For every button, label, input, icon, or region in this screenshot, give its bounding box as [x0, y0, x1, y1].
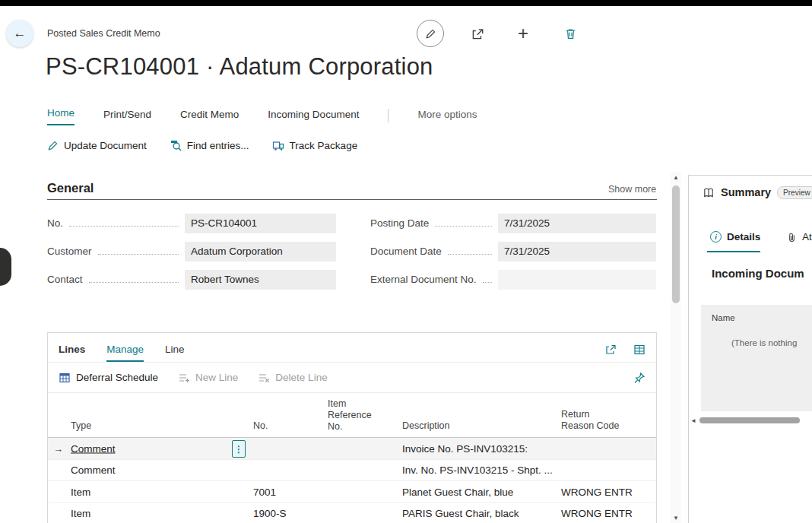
lines-tab[interactable]: Lines [59, 344, 85, 362]
cell-return-reason[interactable]: WRONG ENTR [561, 486, 633, 497]
posted-sales-credit-memo-page: ← Posted Sales Credit Memo + PS-CR104001… [0, 0, 812, 523]
tab-print-send[interactable]: Print/Send [103, 109, 151, 125]
cell-type[interactable]: Comment [71, 464, 116, 476]
share-button[interactable] [471, 27, 484, 41]
vertical-scrollbar[interactable]: ▲ ▼ [671, 172, 681, 523]
incoming-document-title: Incoming Docum [712, 267, 804, 280]
cell-return-reason[interactable]: WRONG ENTR [561, 508, 633, 519]
share-icon[interactable] [604, 344, 617, 356]
cell-type[interactable]: Item [71, 486, 90, 497]
tab-credit-memo[interactable]: Credit Memo [180, 109, 239, 125]
summary-title: Summary [721, 186, 771, 198]
open-in-excel-icon[interactable] [633, 344, 645, 356]
summary-header[interactable]: Summary Preview [703, 185, 812, 199]
new-line-label: New Line [195, 372, 238, 383]
lines-section: Lines Manage Line Deferral Schedule [47, 332, 657, 523]
manage-tab[interactable]: Manage [106, 344, 144, 362]
cell-description[interactable]: Inv. No. PS-INV103215 - Shpt. ... [402, 464, 553, 476]
cell-description[interactable]: PARIS Guest Chair, black [402, 508, 519, 519]
track-package-icon [272, 139, 284, 151]
tab-home[interactable]: Home [47, 107, 75, 125]
edit-button[interactable] [417, 20, 444, 47]
new-line-icon [178, 371, 190, 383]
column-header-description[interactable]: Description [402, 420, 450, 432]
field-posting-date: Posting Date 7/31/2025 [370, 214, 656, 233]
delete-line-button[interactable]: Delete Line [258, 371, 327, 383]
back-button[interactable]: ← [6, 20, 33, 47]
cell-no[interactable]: 1900-S [253, 508, 287, 519]
deferral-schedule-button[interactable]: Deferral Schedule [59, 371, 158, 383]
collapsed-pane-handle[interactable] [0, 248, 11, 286]
field-external-document-no: External Document No. [370, 270, 656, 290]
dotted-leader [435, 226, 492, 227]
ribbon-tabs: Home Print/Send Credit Memo Incoming Doc… [47, 107, 477, 125]
horizontal-scrollbar[interactable]: ◄ [690, 416, 810, 425]
field-external-document-no-value[interactable] [498, 270, 656, 290]
field-external-document-no-label: External Document No. [370, 274, 477, 285]
lines-toolbar: Deferral Schedule New Line Delete Line [48, 362, 656, 393]
update-document-button[interactable]: Update Document [47, 140, 147, 151]
details-tab-label: Details [727, 231, 760, 242]
table-row[interactable]: Item 7001 Planet Guest Chair, blue WRONG… [48, 481, 656, 503]
cell-type[interactable]: Comment [71, 442, 116, 454]
info-icon: i [710, 231, 722, 242]
lines-header: Lines Manage Line [48, 333, 656, 362]
share-icon [471, 27, 484, 40]
column-header-return-reason-code[interactable]: Return Reason Code [561, 409, 625, 432]
attachments-tab-label: At [802, 231, 812, 242]
cell-no[interactable]: 7001 [253, 486, 276, 497]
delete-line-icon [258, 371, 270, 383]
top-black-bar [0, 0, 812, 6]
new-document-button[interactable]: + [518, 23, 528, 44]
scroll-left-icon[interactable]: ◄ [690, 417, 699, 424]
field-customer: Customer Adatum Corporation [47, 242, 336, 262]
dotted-leader [98, 254, 179, 255]
show-more-link[interactable]: Show more [608, 184, 656, 195]
deferral-schedule-label: Deferral Schedule [76, 372, 158, 383]
empty-list-message: (There is nothing [731, 338, 797, 347]
cell-description[interactable]: Planet Guest Chair, blue [402, 486, 513, 497]
field-contact-value[interactable]: Robert Townes [185, 270, 336, 290]
table-row[interactable]: Comment Inv. No. PS-INV103215 - Shpt. ..… [48, 460, 656, 482]
find-entries-button[interactable]: Find entries... [170, 139, 249, 151]
tab-attachments[interactable]: At [786, 231, 812, 243]
tab-details[interactable]: i Details [710, 231, 760, 242]
field-no-label: No. [47, 217, 63, 229]
pin-icon[interactable] [633, 371, 645, 383]
ellipsis-icon: ⋮ [234, 444, 243, 455]
scrollbar-thumb[interactable] [672, 185, 680, 303]
field-document-date-value[interactable]: 7/31/2025 [498, 242, 656, 262]
pencil-icon [425, 27, 436, 40]
track-package-label: Track Package [290, 140, 358, 151]
table-row[interactable]: Item 1900-S PARIS Guest Chair, black WRO… [48, 503, 656, 523]
more-options[interactable]: More options [417, 109, 477, 125]
scroll-up-icon[interactable]: ▲ [671, 172, 681, 182]
cell-type[interactable]: Item [71, 508, 90, 519]
details-tab-underline [707, 251, 760, 252]
factbox-panel: Summary Preview i Details At Incoming Do… [688, 175, 812, 523]
scrollbar-thumb[interactable] [699, 417, 800, 423]
column-header-item-reference-no[interactable]: Item Reference No. [328, 398, 375, 433]
column-header-no[interactable]: No. [253, 420, 268, 432]
new-line-button[interactable]: New Line [178, 371, 238, 383]
delete-button[interactable] [564, 27, 577, 40]
dotted-leader [89, 282, 179, 283]
field-posting-date-value[interactable]: 7/31/2025 [498, 214, 656, 233]
track-package-button[interactable]: Track Package [272, 139, 358, 151]
line-tab[interactable]: Line [165, 344, 185, 362]
field-no-value[interactable]: PS-CR104001 [185, 214, 336, 233]
field-customer-value[interactable]: Adatum Corporation [185, 242, 336, 262]
page-title: PS-CR104001 · Adatum Corporation [46, 53, 433, 81]
column-header-type[interactable]: Type [71, 420, 91, 432]
summary-icon [703, 185, 715, 199]
cell-description[interactable]: Invoice No. PS-INV103215: [402, 442, 528, 454]
update-document-label: Update Document [64, 140, 147, 151]
table-row[interactable]: → Comment ⋮ Invoice No. PS-INV103215: [48, 438, 656, 460]
trash-icon [564, 27, 577, 40]
tab-incoming-document[interactable]: Incoming Document [268, 109, 359, 125]
dotted-leader [448, 254, 492, 255]
scroll-down-icon[interactable]: ▼ [671, 512, 681, 523]
cell-options-button[interactable]: ⋮ [232, 440, 246, 458]
field-customer-label: Customer [47, 246, 92, 257]
breadcrumb[interactable]: Posted Sales Credit Memo [47, 28, 160, 39]
